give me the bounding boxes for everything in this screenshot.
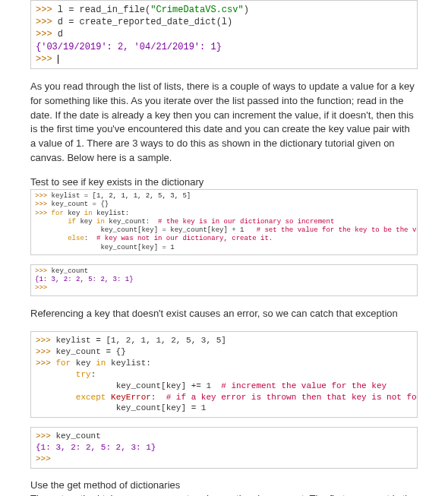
keyword: except xyxy=(76,393,106,402)
code-text: key_count[key] = 1 xyxy=(100,244,174,251)
prompt: >>> xyxy=(35,192,52,200)
code-block-1: >>> l = read_in_file("CrimeDataVS.csv") … xyxy=(30,0,418,69)
keyword: for xyxy=(55,359,71,368)
code-text: key_count: xyxy=(105,218,158,226)
code-text: key xyxy=(71,359,96,368)
paragraph: The get method takes one argument and an… xyxy=(30,492,418,496)
output-text: {1: 3, 2: 2, 5: 2, 3: 1} xyxy=(36,443,156,452)
output-text: {1: 3, 2: 2, 5: 2, 3: 1} xyxy=(35,276,134,283)
paragraph: As you read through the list of lists, t… xyxy=(30,80,418,166)
code-text: : xyxy=(84,235,96,242)
prompt: >>> xyxy=(36,431,55,441)
comment: # set the value for the key to be the va… xyxy=(257,226,418,234)
code-text: keylist: xyxy=(106,359,150,368)
keyword: if xyxy=(68,218,76,226)
code-text: key_count[key] = key_count[key] + 1 xyxy=(100,226,256,234)
code-text: : xyxy=(151,393,166,402)
comment: # the key is in our dictionary so increm… xyxy=(158,218,334,226)
code-block-5: >>> key_count {1: 3, 2: 2, 5: 2, 3: 1} >… xyxy=(30,427,418,469)
indent xyxy=(36,381,116,390)
section-heading: Test to see if key exists in the diction… xyxy=(30,176,418,188)
indent xyxy=(35,235,68,242)
code-text: keylist = [1, 2, 1, 1, 2, 5, 3, 5] xyxy=(52,192,191,200)
code-text: d = create_reported_date_dict(l) xyxy=(58,17,232,27)
keyword: in xyxy=(84,210,93,217)
indent xyxy=(35,218,68,226)
prompt: >>> xyxy=(36,359,55,368)
code-text: key_count[key] = 1 xyxy=(116,403,207,412)
code-text: l = read_in_file( xyxy=(58,5,150,15)
prompt: >>> xyxy=(36,347,55,356)
keyword: else xyxy=(68,235,84,242)
code-text: key_count = {} xyxy=(55,347,125,356)
output-text: {'03/19/2019': 2, '04/21/2019': 1} xyxy=(36,42,222,52)
code-text: key xyxy=(64,210,84,217)
code-block-3: >>> key_count {1: 3, 2: 2, 5: 2, 3: 1} >… xyxy=(30,264,418,296)
prompt: >>> xyxy=(35,210,52,217)
code-text: d xyxy=(58,29,63,39)
code-text: key_count[key] += 1 xyxy=(116,381,222,390)
prompt: >>> xyxy=(36,336,55,345)
code-text: keylist = [1, 2, 1, 1, 2, 5, 3, 5] xyxy=(55,336,226,345)
text-cursor xyxy=(58,55,58,64)
code-text: keylist: xyxy=(93,210,130,217)
indent xyxy=(36,393,76,402)
prompt: >>> xyxy=(35,201,52,208)
code-text: ) xyxy=(244,5,249,15)
string-literal: "CrimeDataVS.csv" xyxy=(150,5,243,15)
code-text: key_count xyxy=(55,431,100,441)
exception-name: KeyError xyxy=(111,393,151,402)
code-text: key_count = {} xyxy=(52,201,109,208)
code-text: key xyxy=(76,218,96,226)
prompt: >>> xyxy=(36,29,58,39)
document-page: >>> l = read_in_file("CrimeDataVS.csv") … xyxy=(0,0,448,496)
code-block-2: >>> keylist = [1, 2, 1, 1, 2, 5, 3, 5] >… xyxy=(30,189,418,255)
prompt: >>> xyxy=(35,267,52,275)
code-text: : xyxy=(91,370,96,379)
comment: # if a key error is thrown then that key… xyxy=(166,393,418,402)
code-block-4: >>> keylist = [1, 2, 1, 1, 2, 5, 3, 5] >… xyxy=(30,331,418,418)
paragraph: Referencing a key that doesn't exist cau… xyxy=(30,307,418,321)
comment: # increment the value for the key xyxy=(221,381,386,390)
prompt: >>> xyxy=(36,454,55,463)
prompt: >>> xyxy=(36,5,58,15)
indent xyxy=(35,226,100,234)
indent xyxy=(36,403,116,412)
keyword: in xyxy=(96,359,106,368)
indent xyxy=(36,370,76,379)
section-heading: Use the get method of dictionaries xyxy=(30,479,418,491)
indent xyxy=(35,244,100,251)
prompt: >>> xyxy=(36,17,58,27)
prompt: >>> xyxy=(36,54,58,65)
prompt: >>> xyxy=(35,284,52,292)
code-text: key_count xyxy=(52,267,89,275)
keyword: in xyxy=(96,218,105,226)
keyword: for xyxy=(52,210,64,217)
keyword: try xyxy=(76,370,91,379)
comment: # key was not in our dictionary, create … xyxy=(96,235,273,242)
